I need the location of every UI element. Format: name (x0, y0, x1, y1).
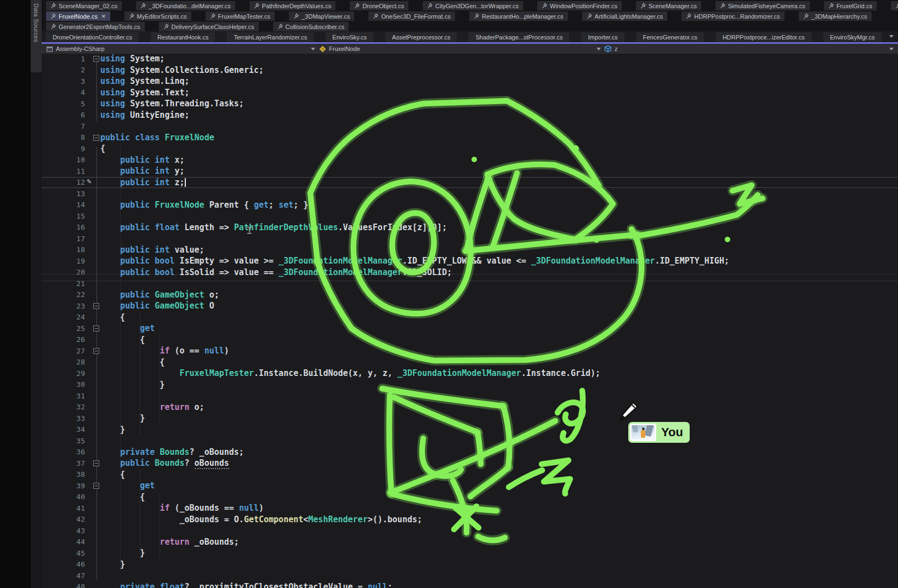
fold-collapse-icon[interactable]: − (93, 135, 99, 141)
tab-myeditorscripts-cs[interactable]: MyEditorScripts.cs (124, 12, 191, 21)
code-text[interactable]: private float? _proximityToClosestObstac… (100, 581, 393, 588)
fold-collapse-icon[interactable]: − (93, 348, 99, 354)
code-line-46[interactable]: 46 } (42, 559, 898, 570)
pin-icon[interactable] (587, 13, 592, 19)
code-text[interactable]: using System.Collections.Generic; (100, 65, 264, 76)
code-line-39[interactable]: 39− get (42, 480, 898, 492)
code-text[interactable]: public class FruxelNode (100, 132, 214, 144)
tab-pathfinderdepthvalues-cs[interactable]: PathfinderDepthValues.cs (249, 1, 336, 10)
code-text[interactable]: public bool IsSolid => value == _3DFound… (100, 267, 452, 278)
pin-icon[interactable] (373, 13, 378, 19)
code-line-14[interactable]: 14 public FruxelNode Parent { get; set; … (42, 199, 898, 211)
code-text[interactable]: private Bounds? _oBounds; (100, 447, 244, 458)
code-text[interactable]: public int x; (100, 155, 185, 166)
code-line-37[interactable]: 37− public Bounds? oBounds (42, 458, 898, 469)
tab-shaderpackage-stprocessor-cs[interactable]: ShaderPackage...stProcessor.cs (469, 32, 569, 42)
code-line-22[interactable]: 22 public GameObject o; (42, 289, 898, 301)
pin-icon[interactable] (354, 3, 360, 9)
code-line-45[interactable]: 45 } (42, 547, 898, 559)
pin-icon[interactable] (828, 3, 834, 9)
code-line-16[interactable]: 16 public float Length => PathfinderDept… (42, 222, 898, 233)
code-text[interactable]: { (100, 357, 164, 368)
fold-collapse-icon[interactable]: − (93, 303, 99, 309)
tab-envirosky-cs[interactable]: EnviroSky.cs (326, 32, 373, 42)
tab-fencesgenerator-cs[interactable]: FencesGenerator.cs (636, 32, 704, 42)
code-line-13[interactable]: 13 (42, 188, 898, 199)
code-text[interactable]: get (100, 480, 155, 492)
code-line-19[interactable]: 19 public bool IsEmpty => value >= _3DFo… (42, 255, 898, 267)
fold-collapse-icon[interactable]: − (93, 483, 99, 489)
code-text[interactable]: public int z; (100, 177, 186, 189)
code-line-30[interactable]: 30 } (42, 379, 898, 391)
fold-collapse-icon[interactable]: − (93, 56, 99, 62)
code-line-12[interactable]: 12✎ public int z; (42, 177, 898, 189)
pin-icon[interactable] (640, 3, 646, 9)
code-text[interactable]: return _oBounds; (100, 536, 239, 548)
code-text[interactable]: } (100, 559, 125, 570)
type-dropdown[interactable]: FruxelNode (319, 44, 360, 54)
code-text[interactable]: } (100, 379, 164, 391)
tab-windowpositionfinder-cs[interactable]: WindowPositionFinder.cs (537, 1, 622, 10)
code-text[interactable]: { (100, 334, 145, 346)
code-line-27[interactable]: 27− if (o == null) (42, 345, 898, 357)
tab-config-cs[interactable]: Config.cs (891, 1, 898, 10)
code-line-29[interactable]: 29 FruxelMapTester.Instance.BuildNode(x,… (42, 368, 898, 379)
code-line-1[interactable]: 1−using System; (42, 53, 898, 65)
code-line-23[interactable]: 23− public GameObject O (42, 300, 898, 312)
code-line-32[interactable]: 32 return o; (42, 402, 898, 413)
code-line-25[interactable]: 25− get (42, 323, 898, 334)
code-text[interactable]: public FruxelNode Parent { get; set; } (100, 199, 308, 211)
tab-assetpreprocessor-cs[interactable]: AssetPreprocessor.cs (385, 32, 457, 42)
code-text[interactable]: if (o == null) (100, 345, 229, 357)
code-text[interactable]: public GameObject O (100, 300, 214, 312)
pin-icon[interactable] (720, 3, 725, 9)
code-text[interactable]: public Bounds? oBounds (100, 458, 229, 469)
code-text[interactable]: using UnityEngine; (100, 110, 190, 121)
code-text[interactable]: { (100, 492, 145, 503)
code-line-42[interactable]: 42 _oBounds = O.GetComponent<MeshRendere… (42, 514, 898, 526)
pin-icon[interactable] (293, 13, 299, 19)
pin-icon[interactable] (542, 3, 547, 9)
code-line-43[interactable]: 43 (42, 525, 898, 536)
pin-icon[interactable] (140, 3, 146, 9)
pin-icon[interactable] (803, 13, 809, 19)
pin-icon[interactable] (474, 13, 479, 19)
tab-restauranthook-cs[interactable]: RestaurantHook.cs (151, 32, 215, 42)
code-text[interactable]: } (100, 424, 125, 436)
pin-icon[interactable] (163, 24, 169, 30)
pin-icon[interactable] (50, 13, 56, 19)
member-dropdown-caret-icon[interactable] (596, 48, 601, 50)
code-text[interactable]: public GameObject o; (100, 289, 219, 301)
tab-scenemanager-02-cs[interactable]: SceneManager_02.cs (46, 1, 122, 10)
tab-fruxelmaptester-cs[interactable]: FruxelMapTester.cs (206, 12, 275, 21)
project-dropdown[interactable]: Assembly-CSharp (46, 44, 105, 54)
code-line-7[interactable]: 7 (42, 121, 898, 132)
code-line-31[interactable]: 31 (42, 390, 898, 402)
code-text[interactable]: public int value; (100, 244, 204, 256)
pin-icon[interactable] (277, 24, 283, 30)
tab-hdrppostproc-randomizer-cs[interactable]: HDRPPostproc...Randomizer.cs (681, 12, 785, 21)
tab-simulatedfisheyecamera-cs[interactable]: SimulatedFisheyeCamera.cs (715, 1, 810, 10)
sidebar-tab-data-sources[interactable]: Data Sources (31, 0, 42, 72)
code-text[interactable]: { (100, 143, 105, 155)
tab-scenemanager-cs[interactable]: SceneManager.cs (636, 1, 701, 10)
tab-enviroskymgr-cs[interactable]: EnviroSkyMgr.cs (823, 32, 882, 42)
tab-citygen3dgen-torwrapper-cs[interactable]: CityGen3DGen...torWrapper.cs (423, 1, 523, 10)
code-line-8[interactable]: 8−public class FruxelNode (42, 132, 898, 144)
code-text[interactable]: { (100, 469, 125, 481)
pin-icon[interactable] (895, 3, 898, 9)
code-line-2[interactable]: 2using System.Collections.Generic; (42, 65, 898, 76)
code-line-21[interactable]: 21 (42, 278, 898, 289)
project-dropdown-caret-icon[interactable] (311, 48, 315, 50)
pin-icon[interactable] (50, 24, 56, 30)
tab--3dmaphierarchy-cs[interactable]: _3DMapHierarchy.cs (799, 12, 872, 21)
code-text[interactable]: return o; (100, 402, 204, 413)
code-text[interactable]: using System.Threading.Tasks; (100, 98, 244, 110)
code-line-18[interactable]: 18 public int value; (42, 244, 898, 256)
tab-onesec3d-fileformat-cs[interactable]: OneSec3D_FileFormat.cs (368, 12, 455, 21)
code-line-48[interactable]: 48 private float? _proximityToClosestObs… (42, 581, 898, 588)
code-line-17[interactable]: 17 (42, 233, 898, 244)
code-text[interactable]: { (100, 312, 125, 323)
pin-icon[interactable] (50, 3, 56, 9)
code-line-5[interactable]: 5using System.Threading.Tasks; (42, 98, 898, 110)
